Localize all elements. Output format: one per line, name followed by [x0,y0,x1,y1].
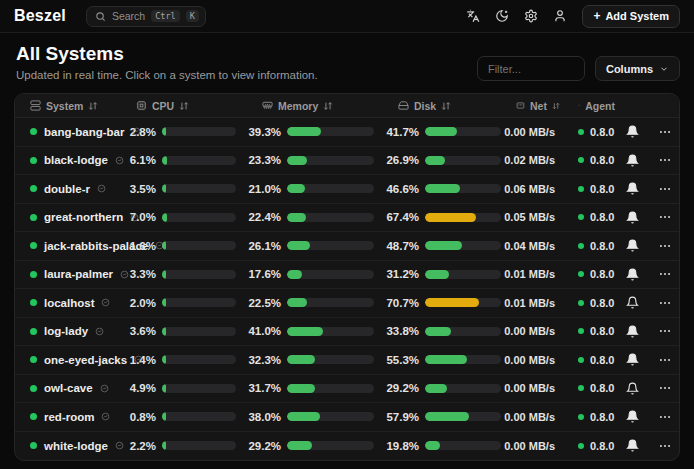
alerts-bell-button[interactable] [623,436,642,455]
net-cell: 0.01 MB/s [510,268,560,280]
table-row[interactable]: localhost 2.0% 22.5% 70.7% 0.01 MB/s 0.8… [15,289,679,318]
column-label: Disk [414,100,436,112]
alerts-bell-button[interactable] [623,236,642,255]
app-logo[interactable]: Beszel [14,7,66,25]
columns-button[interactable]: Columns [595,56,680,81]
system-detail-icon [95,327,104,336]
alerts-bell-button[interactable] [623,350,642,369]
table-row[interactable]: laura-palmer 3.3% 17.6% 31.2% 0.01 MB/s … [15,261,679,290]
row-menu-button[interactable] [655,321,675,341]
kbd-k: K [186,10,199,22]
table-row[interactable]: one-eyed-jacks 1.4% 32.3% 55.3% 0.00 MB/… [15,346,679,375]
column-header-cpu[interactable]: CPU [120,100,245,112]
sort-icon [552,101,560,111]
alerts-bell-button[interactable] [623,293,642,312]
net-value: 0.05 MB/s [504,211,555,223]
table-row[interactable]: owl-cave 4.9% 31.7% 29.2% 0.00 MB/s 0.8.… [15,375,679,404]
cpu-meter [162,441,236,450]
status-dot [30,271,37,278]
column-header-net[interactable]: Net [510,100,560,112]
cpu-meter [162,241,236,250]
cpu-meter [162,156,236,165]
alerts-bell-button[interactable] [623,179,642,198]
cpu-value: 3.6% [120,325,156,337]
filter-input[interactable] [477,56,585,81]
alerts-bell-button[interactable] [623,322,642,341]
row-menu-button[interactable] [655,150,675,170]
user-icon[interactable] [553,9,567,23]
net-value: 0.01 MB/s [504,268,555,280]
column-header-memory[interactable]: Memory [245,100,383,112]
alerts-bell-button[interactable] [623,208,642,227]
settings-gear-icon[interactable] [524,9,538,23]
page-subtitle: Updated in real time. Click on a system … [14,69,318,81]
row-menu-button[interactable] [655,122,675,142]
status-dot [30,242,37,249]
cpu-cell: 3.6% [120,325,245,337]
alerts-bell-button[interactable] [623,122,642,141]
system-name: log-lady [44,325,88,337]
net-value: 0.01 MB/s [504,297,555,309]
disk-meter [425,184,501,193]
alerts-bell-button[interactable] [623,151,642,170]
alerts-bell-button[interactable] [623,265,642,284]
disk-value: 26.9% [383,154,419,166]
agent-status-dot [578,357,584,363]
row-menu-button[interactable] [655,378,675,398]
system-detail-icon [97,184,106,193]
memory-meter [287,127,374,136]
memory-cell: 22.5% [245,297,383,309]
row-menu-button[interactable] [655,207,675,227]
row-menu-button[interactable] [655,236,675,256]
column-header-disk[interactable]: Disk [383,100,510,112]
net-cell: 0.00 MB/s [510,440,560,452]
bell-icon [626,325,639,338]
table-row[interactable]: log-lady 3.6% 41.0% 33.8% 0.00 MB/s 0.8.… [15,318,679,347]
row-menu-button[interactable] [655,350,675,370]
cpu-meter [162,213,236,222]
table-row[interactable]: black-lodge 6.1% 23.3% 26.9% 0.02 MB/s 0… [15,147,679,176]
columns-label: Columns [606,63,653,75]
row-menu-button[interactable] [655,407,675,427]
system-name: localhost [44,297,94,309]
disk-meter [425,127,501,136]
memory-value: 21.0% [245,183,281,195]
column-header-system[interactable]: System [15,100,120,112]
disk-meter [425,327,501,336]
table-row[interactable]: jack-rabbits-palace 1.6% 26.1% 48.7% 0.0… [15,232,679,261]
table-row[interactable]: great-northern 7.0% 22.4% 67.4% 0.05 MB/… [15,204,679,233]
memory-cell: 41.0% [245,325,383,337]
disk-cell: 48.7% [383,240,510,252]
sort-icon [441,101,451,111]
table-row[interactable]: red-room 0.8% 38.0% 57.9% 0.00 MB/s 0.8.… [15,403,679,432]
disk-value: 33.8% [383,325,419,337]
theme-moon-icon[interactable] [495,9,509,23]
column-label: Agent [585,100,615,112]
ellipsis-menu-icon [658,353,672,367]
alerts-bell-button[interactable] [623,407,642,426]
net-cell: 0.00 MB/s [510,325,560,337]
agent-version: 0.8.0 [590,268,614,280]
disk-cell: 55.3% [383,354,510,366]
alerts-bell-button[interactable] [623,379,642,398]
languages-icon[interactable] [466,9,480,23]
table-row[interactable]: white-lodge 2.2% 29.2% 19.8% 0.00 MB/s 0… [15,432,679,461]
ellipsis-menu-icon [658,410,672,424]
table-row[interactable]: double-r 3.5% 21.0% 46.6% 0.06 MB/s 0.8.… [15,175,679,204]
memory-cell: 23.3% [245,154,383,166]
system-detail-icon [101,412,110,421]
row-menu-button[interactable] [655,264,675,284]
search-input[interactable]: Search Ctrl K [86,6,206,27]
cpu-cell: 3.5% [120,183,245,195]
row-menu-button[interactable] [655,436,675,456]
cpu-cell: 2.0% [120,297,245,309]
memory-cell: 17.6% [245,268,383,280]
cpu-cell: 1.6% [120,240,245,252]
row-menu-button[interactable] [655,179,675,199]
disk-meter [425,298,501,307]
agent-status-dot [578,157,584,163]
table-row[interactable]: bang-bang-bar 2.8% 39.3% 41.7% 0.00 MB/s… [15,118,679,147]
row-menu-button[interactable] [655,293,675,313]
memory-value: 23.3% [245,154,281,166]
add-system-button[interactable]: + Add System [582,5,680,28]
